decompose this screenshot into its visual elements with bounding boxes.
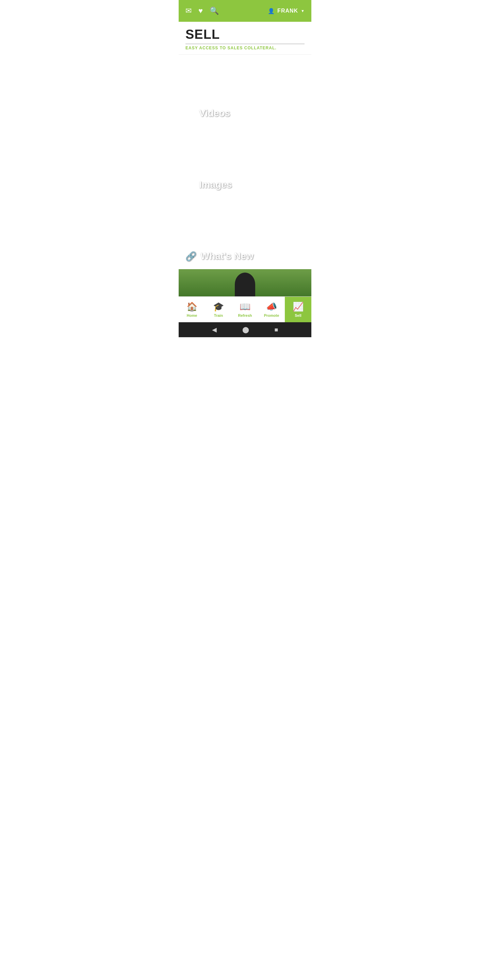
- back-button[interactable]: ◀: [212, 326, 217, 334]
- title-divider: [185, 43, 305, 44]
- whats-new-favorite-button[interactable]: ♡: [290, 249, 305, 264]
- page-header: SELL EASY ACCESS TO SALES COLLATERAL.: [179, 22, 311, 55]
- dropdown-arrow-icon: ▼: [301, 9, 305, 13]
- heart-outline-icon-images: ♡: [294, 181, 300, 189]
- whats-new-label: 🔗 What's New: [185, 251, 253, 262]
- top-bar-left-icons: ✉ ♥ 🔍: [185, 6, 219, 15]
- nav-item-train[interactable]: 🎓 Train: [205, 297, 232, 322]
- grid-icon-videos: [185, 108, 195, 118]
- home-nav-label: Home: [187, 313, 197, 318]
- whats-new-card[interactable]: 🔗 What's New ♡: [179, 198, 311, 269]
- search-icon[interactable]: 🔍: [210, 6, 219, 15]
- grid-icon-images: [185, 180, 195, 189]
- nav-item-home[interactable]: 🏠 Home: [179, 297, 205, 322]
- page-subtitle: EASY ACCESS TO SALES COLLATERAL.: [185, 46, 305, 50]
- train-nav-label: Train: [214, 313, 223, 318]
- user-profile-area[interactable]: 👤 FRANK ▼: [268, 8, 305, 14]
- home-button[interactable]: ⬤: [242, 326, 249, 334]
- top-navigation-bar: ✉ ♥ 🔍 👤 FRANK ▼: [179, 0, 311, 22]
- mail-icon[interactable]: ✉: [185, 6, 192, 15]
- username-label: FRANK: [277, 8, 298, 14]
- videos-favorite-button[interactable]: ♡: [290, 106, 305, 121]
- videos-card[interactable]: Videos ♡: [179, 55, 311, 126]
- promote-icon: 📣: [266, 301, 277, 312]
- refresh-icon: 📖: [240, 301, 250, 312]
- nav-item-refresh[interactable]: 📖 Refresh: [232, 297, 258, 322]
- recent-apps-button[interactable]: ■: [275, 326, 278, 334]
- bottom-navigation: 🏠 Home 🎓 Train 📖 Refresh 📣 Promote 📈 Sel…: [179, 296, 311, 322]
- system-navigation-bar: ◀ ⬤ ■: [179, 322, 311, 337]
- heart-outline-icon-whatsnew: ♡: [294, 252, 300, 260]
- videos-overlay: Videos ♡: [179, 100, 311, 126]
- promote-nav-label: Promote: [264, 313, 279, 318]
- heart-outline-icon: ♡: [294, 109, 300, 118]
- whats-new-overlay: 🔗 What's New ♡: [179, 243, 311, 269]
- link-chain-icon: 🔗: [185, 251, 196, 262]
- train-icon: 🎓: [213, 301, 224, 312]
- sell-icon: 📈: [293, 301, 304, 312]
- images-overlay: Images ♡: [179, 172, 311, 198]
- nav-item-sell[interactable]: 📈 Sell: [285, 297, 311, 322]
- images-card[interactable]: Images ♡: [179, 126, 311, 198]
- refresh-nav-label: Refresh: [238, 313, 252, 318]
- partial-preview-card: [179, 269, 311, 296]
- nav-item-promote[interactable]: 📣 Promote: [258, 297, 285, 322]
- page-title: SELL: [185, 28, 305, 41]
- videos-label: Videos: [185, 108, 230, 119]
- images-label: Images: [185, 179, 232, 190]
- sell-nav-label: Sell: [295, 313, 301, 318]
- user-avatar-icon: 👤: [268, 8, 275, 14]
- home-icon: 🏠: [186, 301, 197, 312]
- images-favorite-button[interactable]: ♡: [290, 177, 305, 192]
- favorites-icon[interactable]: ♥: [198, 6, 203, 15]
